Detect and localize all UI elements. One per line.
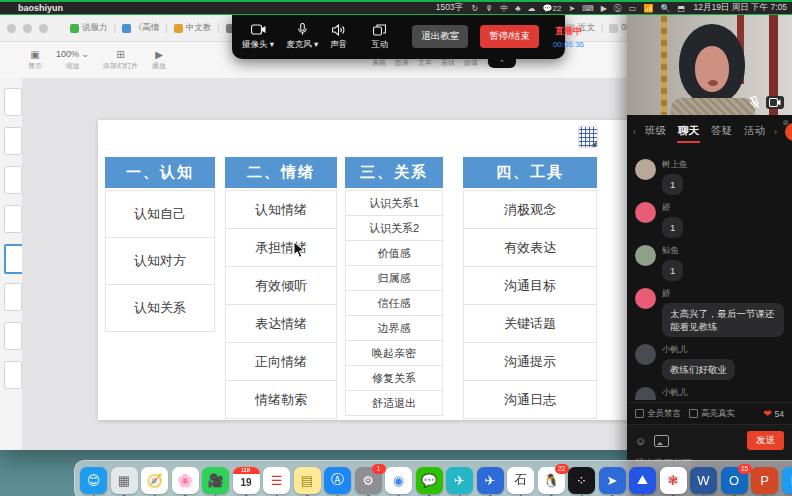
app-status-icon[interactable]: Ⓢ xyxy=(614,3,622,14)
location-icon[interactable]: ➤ xyxy=(568,4,575,13)
user-avatar[interactable] xyxy=(635,387,656,400)
dock-icon-launchpad[interactable]: ▦ xyxy=(111,467,138,494)
control-center-icon[interactable]: ⬒ xyxy=(677,4,685,13)
document-tab[interactable]: 说服力 xyxy=(70,22,108,34)
dock-icon-safari[interactable]: 🧭 xyxy=(141,467,168,494)
dock-icon-qq[interactable]: 🐧22 xyxy=(538,467,565,494)
dictation-icon[interactable]: 🎙 xyxy=(485,4,493,13)
toolbar-button-播放[interactable]: ▶播放 xyxy=(152,49,166,71)
dock-icon-meeting[interactable]: ✈ xyxy=(446,467,473,494)
emoji-icon[interactable]: ☺ xyxy=(635,435,646,447)
dock-icon-plane-app[interactable]: ➤ xyxy=(599,467,626,494)
dock-icon-reminders[interactable]: ☰ xyxy=(263,467,290,494)
tabs-scroll-left-icon[interactable]: ‹ xyxy=(633,127,636,137)
dock-icon-photos[interactable]: 🌸 xyxy=(172,467,199,494)
slide-thumbnail[interactable] xyxy=(4,283,22,311)
user-avatar[interactable] xyxy=(635,344,656,365)
table-cell[interactable]: 信任感 xyxy=(345,290,443,316)
sidebar-tab-答疑[interactable]: 答疑 xyxy=(710,121,733,143)
table-cell[interactable]: 认知对方 xyxy=(105,237,215,285)
dock-icon-color-circles[interactable]: ❃ xyxy=(660,467,687,494)
slide-thumbnail[interactable] xyxy=(4,361,22,389)
close-window-button[interactable] xyxy=(7,24,16,33)
toolbar-button-显示[interactable]: ▣显示 xyxy=(28,49,42,71)
dock-icon-finder[interactable]: 😊 xyxy=(80,467,107,494)
table-cell[interactable]: 边界感 xyxy=(345,315,443,341)
active-app-name[interactable]: baoshiyun xyxy=(18,3,63,13)
chat-message-list[interactable]: 树上鱼1娇1鲸鱼1娇太高兴了，最后一节课还能看见教练小帆儿教练们好敬业小帆儿心法 xyxy=(627,155,792,400)
battery-icon[interactable]: ▭ xyxy=(629,4,637,13)
table-cell[interactable]: 情绪勒索 xyxy=(225,380,337,419)
zoom-window-button[interactable] xyxy=(39,24,48,33)
slide-thumbnail[interactable] xyxy=(4,166,22,194)
chat-icon[interactable]: 💬22 xyxy=(543,4,562,13)
share-icon[interactable]: ♣ xyxy=(515,4,520,13)
table-cell[interactable]: 沟通日志 xyxy=(463,380,597,419)
minimize-window-button[interactable] xyxy=(23,24,32,33)
dock-icon-shimo[interactable]: 石 xyxy=(507,467,534,494)
dock-icon-wechat[interactable]: 💬 xyxy=(416,467,443,494)
send-button[interactable]: 发送 xyxy=(747,431,784,450)
table-cell[interactable]: 有效倾听 xyxy=(225,266,337,305)
tabs-scroll-right-icon[interactable]: › xyxy=(774,127,777,137)
slide-thumbnail[interactable] xyxy=(4,88,22,116)
dock-icon-keynote[interactable]: K xyxy=(782,467,792,494)
toolbar-button-添加幻灯片[interactable]: ⊞添加幻灯片 xyxy=(103,49,138,71)
dock-icon-system-preferences[interactable]: ⚙1 xyxy=(355,467,382,494)
user-avatar[interactable] xyxy=(635,202,656,223)
highlight-checkbox[interactable]: 高亮真实 xyxy=(689,408,735,420)
panel-close-icon[interactable]: ⊗ xyxy=(782,118,789,127)
teacher-video-feed[interactable] xyxy=(627,10,792,115)
table-cell[interactable]: 认知情绪 xyxy=(225,190,337,229)
dock-icon-word[interactable]: W xyxy=(690,467,717,494)
image-upload-icon[interactable] xyxy=(654,435,669,447)
table-cell[interactable]: 有效表达 xyxy=(463,228,597,267)
dock-icon-powerpoint[interactable]: P xyxy=(751,467,778,494)
table-cell[interactable]: 认知自己 xyxy=(105,190,215,238)
table-cell[interactable]: 正向情绪 xyxy=(225,342,337,381)
microphone-button[interactable]: 麦克风 ▾ xyxy=(286,23,318,51)
table-cell[interactable]: 关键话题 xyxy=(463,304,597,343)
sidebar-tab-班级[interactable]: 班级 xyxy=(644,121,667,143)
play-status-icon[interactable]: ▶ xyxy=(601,4,607,13)
interact-button[interactable]: 互动 xyxy=(371,23,388,51)
slide-thumbnail[interactable] xyxy=(4,244,24,274)
dock-icon-app-store[interactable]: Ⓐ xyxy=(324,467,351,494)
control-bar-collapse-handle[interactable]: ⌃ xyxy=(488,59,516,68)
table-cell[interactable]: 归属感 xyxy=(345,265,443,291)
sync-icon[interactable]: ↻ xyxy=(472,4,479,13)
slide-thumbnail[interactable] xyxy=(4,127,22,155)
table-cell[interactable]: 认识关系2 xyxy=(345,215,443,241)
table-cell[interactable]: 修复关系 xyxy=(345,365,443,391)
menubar-clock[interactable]: 12月19日 周日 下午 7:05 xyxy=(693,2,787,14)
keyboard-icon[interactable]: ⌨ xyxy=(582,4,594,13)
table-cell[interactable]: 唤起亲密 xyxy=(345,340,443,366)
table-cell[interactable]: 舒适退出 xyxy=(345,390,443,416)
user-avatar[interactable] xyxy=(635,288,656,309)
dock-icon-outlook[interactable]: O15 xyxy=(721,467,748,494)
sidebar-tab-聊天[interactable]: 聊天 xyxy=(677,121,700,143)
spotlight-icon[interactable]: 🔍 xyxy=(660,4,670,13)
dock-icon-calendar[interactable]: 1912月 xyxy=(233,467,260,494)
video-mic-muted-icon[interactable] xyxy=(749,95,760,109)
user-avatar[interactable] xyxy=(635,159,656,180)
user-avatar[interactable] xyxy=(635,245,656,266)
sidebar-tab-活动[interactable]: 活动 xyxy=(743,121,766,143)
dock-icon-omni[interactable]: ⁘ xyxy=(568,467,595,494)
table-cell[interactable]: 认知关系 xyxy=(105,284,215,332)
table-cell[interactable]: 表达情绪 xyxy=(225,304,337,343)
sound-button[interactable]: 声音 xyxy=(330,23,347,51)
slide-thumbnail[interactable] xyxy=(4,205,22,233)
exit-classroom-button[interactable]: 退出教室 xyxy=(412,25,468,48)
toolbar-button-缩放[interactable]: 100% ⌄缩放 xyxy=(56,49,89,71)
video-camera-icon[interactable] xyxy=(766,96,784,109)
cloud-icon[interactable]: ☁ xyxy=(528,4,536,13)
slide-thumbnail[interactable] xyxy=(4,322,22,350)
dock-icon-chrome[interactable]: ◉ xyxy=(385,467,412,494)
dock-icon-tim[interactable]: ✈ xyxy=(477,467,504,494)
table-cell[interactable]: 沟通目标 xyxy=(463,266,597,305)
table-cell[interactable]: 价值感 xyxy=(345,240,443,266)
dock-icon-notes[interactable]: ▤ xyxy=(294,467,321,494)
mute-all-checkbox[interactable]: 全员禁言 xyxy=(635,408,681,420)
table-cell[interactable]: 承担情绪 xyxy=(225,228,337,267)
